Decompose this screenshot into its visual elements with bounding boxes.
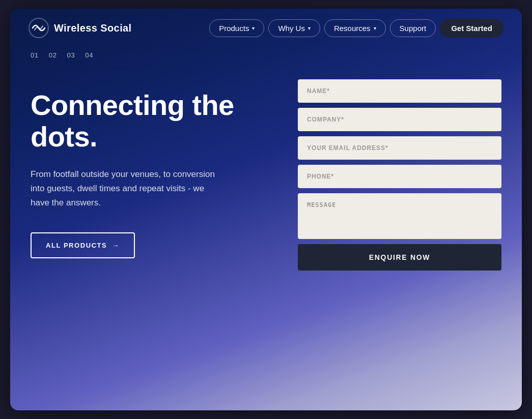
step-1[interactable]: 01 (31, 51, 39, 59)
nav-resources[interactable]: Resources ▾ (324, 19, 386, 37)
step-4[interactable]: 04 (85, 51, 93, 59)
enquire-now-button[interactable]: ENQUIRE NOW (298, 244, 501, 271)
navbar: Wireless Social Products ▾ Why Us ▾ Reso… (10, 9, 522, 47)
chevron-down-icon: ▾ (374, 25, 376, 31)
get-started-button[interactable]: Get Started (440, 19, 503, 38)
page-wrapper: Wireless Social Products ▾ Why Us ▾ Reso… (10, 9, 522, 410)
name-field[interactable] (298, 79, 501, 103)
chevron-down-icon: ▾ (252, 25, 255, 31)
company-field[interactable] (298, 108, 501, 131)
hero-title: Connecting the dots. (31, 89, 249, 152)
hero-description: From footfall outside your venues, to co… (31, 167, 224, 210)
step-indicators: 01 02 03 04 (10, 47, 522, 69)
email-field[interactable] (298, 136, 501, 160)
main-content: Connecting the dots. From footfall outsi… (10, 69, 522, 286)
step-2[interactable]: 02 (49, 51, 57, 59)
step-3[interactable]: 03 (67, 51, 75, 59)
nav-links: Products ▾ Why Us ▾ Resources ▾ Support … (209, 19, 503, 38)
logo-icon (29, 18, 49, 38)
logo-link[interactable]: Wireless Social (29, 18, 132, 38)
message-field[interactable] (298, 193, 501, 239)
all-products-button[interactable]: ALL PRODUCTS → (31, 232, 135, 258)
chevron-down-icon: ▾ (308, 25, 311, 31)
logo-text: Wireless Social (54, 22, 132, 34)
phone-field[interactable] (298, 165, 501, 188)
nav-products[interactable]: Products ▾ (209, 19, 264, 37)
hero-section: Connecting the dots. From footfall outsi… (31, 79, 249, 258)
arrow-icon: → (112, 242, 120, 249)
contact-form: ENQUIRE NOW (298, 79, 501, 271)
nav-why-us[interactable]: Why Us ▾ (268, 19, 320, 37)
nav-support[interactable]: Support (390, 19, 436, 37)
